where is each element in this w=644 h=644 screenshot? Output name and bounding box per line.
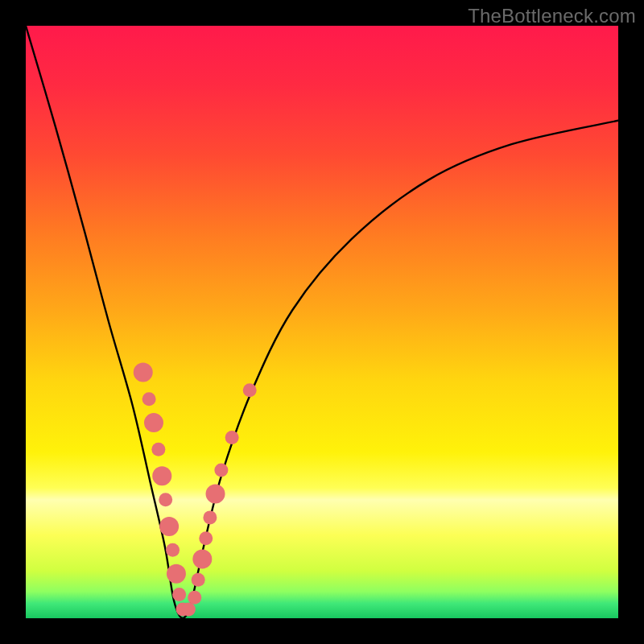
marker-dot: [166, 543, 180, 557]
curve-layer: [26, 26, 618, 618]
outer-frame: TheBottleneck.com: [0, 0, 644, 644]
marker-dot: [152, 466, 171, 485]
watermark-text: TheBottleneck.com: [468, 5, 636, 27]
marker-dot: [159, 493, 172, 506]
marker-dot: [182, 602, 196, 616]
marker-dot: [172, 588, 186, 601]
marker-dot: [144, 413, 163, 432]
marker-dot: [199, 531, 213, 545]
plot-area: [26, 26, 618, 618]
marker-dot: [192, 573, 205, 587]
bottleneck-curve: [26, 26, 618, 618]
marker-dot: [159, 517, 179, 536]
marker-dot: [203, 510, 217, 524]
marker-dot: [214, 464, 228, 477]
marker-dot: [206, 484, 225, 503]
marker-dot: [188, 591, 201, 605]
marker-dot: [243, 383, 257, 397]
marker-dot: [192, 549, 212, 568]
marker-dot: [142, 392, 156, 406]
marker-dot: [151, 443, 165, 456]
marker-dot: [134, 363, 153, 382]
marker-dot: [167, 564, 186, 584]
marker-dot: [225, 431, 239, 444]
